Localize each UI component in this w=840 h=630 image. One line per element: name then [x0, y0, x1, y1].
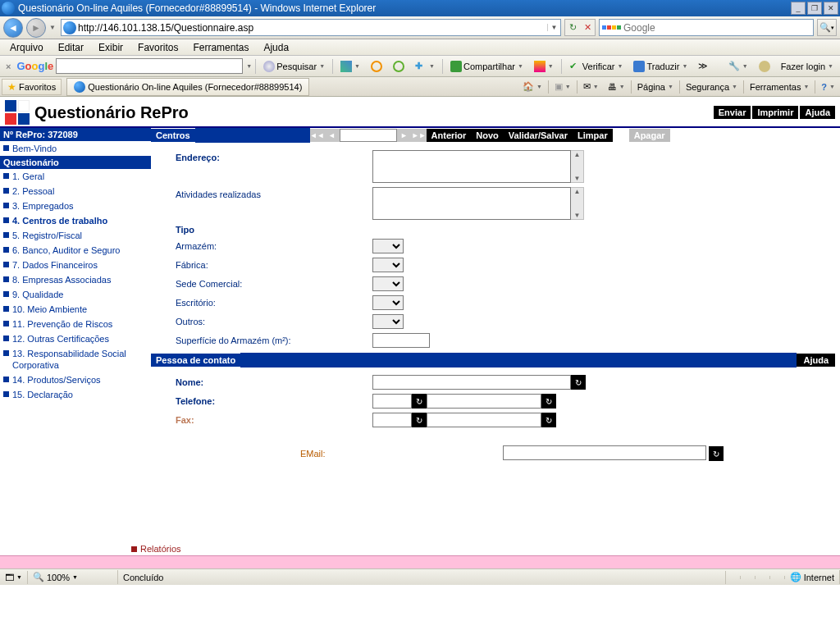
minimize-button[interactable]: _	[791, 2, 806, 15]
limpar-button[interactable]: Limpar	[573, 129, 613, 142]
fax-ddd-input[interactable]	[372, 413, 412, 427]
menu-arquivo[interactable]: Arquivo	[3, 40, 50, 55]
address-bar[interactable]: ▼	[61, 19, 561, 36]
menu-exibir[interactable]: Exibir	[92, 40, 130, 55]
close-button[interactable]: ✕	[824, 2, 838, 15]
sidebar-item-8[interactable]: 8. Empresas Associadas	[0, 272, 151, 287]
armazem-select[interactable]	[372, 239, 404, 253]
sede-select[interactable]	[372, 276, 404, 291]
sidebar-item-15[interactable]: 15. Declaração	[0, 387, 151, 402]
home-button[interactable]: 🏠▼	[519, 80, 546, 94]
fabrica-select[interactable]	[372, 258, 404, 272]
browser-tab[interactable]: Questionário On-line Aquiles (Fornecedor…	[66, 78, 309, 96]
first-button[interactable]: ◄◄	[310, 129, 325, 142]
history-dropdown[interactable]: ▼	[49, 24, 57, 31]
seguranca-menu[interactable]: Segurança▼	[682, 80, 741, 94]
sidebar-item-11[interactable]: 11. Prevenção de Riscos	[0, 317, 151, 331]
telefone-num-lookup-icon[interactable]: ↻	[541, 394, 556, 409]
bookmarks-button[interactable]: ▼	[530, 58, 558, 75]
telefone-ddd-input[interactable]	[372, 394, 412, 409]
ferramentas-menu[interactable]: Ferramentas▼	[746, 80, 812, 94]
last-button[interactable]: ►►	[412, 129, 427, 142]
favorites-button[interactable]: ★Favoritos	[2, 79, 62, 95]
anterior-button[interactable]: Anterior	[427, 129, 472, 142]
menu-favoritos[interactable]: Favoritos	[131, 40, 185, 55]
menu-ferramentas[interactable]: Ferramentas	[186, 40, 255, 55]
nome-input[interactable]	[372, 375, 571, 390]
sidebar-bemvindo[interactable]: Bem-Vindo	[0, 141, 151, 156]
search-input[interactable]	[623, 22, 813, 34]
outros-select[interactable]	[372, 314, 404, 329]
sidebar-item-14[interactable]: 14. Produtos/Serviços	[0, 372, 151, 387]
email-lookup-icon[interactable]: ↻	[709, 446, 724, 461]
prev-arrow[interactable]: ◄	[325, 129, 340, 142]
menu-ajuda[interactable]: Ajuda	[257, 40, 295, 55]
sidebar-item-10[interactable]: 10. Meio Ambiente	[0, 302, 151, 317]
sidebar-item-3[interactable]: 3. Empregados	[0, 199, 151, 213]
superficie-input[interactable]	[372, 333, 430, 348]
imprimir-button[interactable]: Imprimir	[752, 106, 798, 119]
mail-button[interactable]: ✉▼	[580, 80, 602, 94]
sidebar-item-1[interactable]: 1. Geral	[0, 169, 151, 184]
record-index-input[interactable]	[340, 129, 397, 142]
enviar-button[interactable]: Enviar	[714, 106, 751, 119]
sidebar-relatorios[interactable]: Relatórios	[131, 544, 181, 554]
pesquisar-button[interactable]: Pesquisar▼	[259, 58, 329, 75]
fax-num-lookup-icon[interactable]: ↻	[541, 413, 556, 427]
google-search-input[interactable]	[56, 58, 243, 74]
sidebar-item-5[interactable]: 5. Registro/Fiscal	[0, 228, 151, 243]
search-box[interactable]	[599, 19, 814, 36]
endereco-input[interactable]	[372, 150, 571, 183]
search-go-button[interactable]: 🔍▾	[817, 19, 837, 36]
back-button[interactable]: ◄	[3, 18, 23, 38]
forward-button[interactable]: ►	[26, 18, 46, 38]
nome-lookup-icon[interactable]: ↻	[571, 375, 586, 390]
endereco-scrollbar[interactable]: ▲▼	[571, 150, 584, 183]
sidebar-item-2[interactable]: 2. Pessoal	[0, 184, 151, 199]
next-arrow[interactable]: ►	[397, 129, 412, 142]
telefone-ddd-lookup-icon[interactable]: ↻	[412, 394, 427, 409]
menu-editar[interactable]: Editar	[52, 40, 90, 55]
restore-button[interactable]: ❐	[807, 2, 822, 15]
sidebar-item-13[interactable]: 13. Responsabilidade Social Corporativa	[0, 346, 151, 372]
print-button[interactable]: 🖶▼	[605, 80, 628, 94]
toolbar-green-button[interactable]	[389, 58, 409, 75]
validar-salvar-button[interactable]: Validar/Salvar	[504, 129, 573, 142]
wrench-button[interactable]: 🔧▼	[724, 58, 752, 75]
zoom-control[interactable]: 🔍100%▼	[28, 570, 118, 584]
toolbar-squares-button[interactable]: ▼	[336, 58, 364, 75]
sidebar-item-9[interactable]: 9. Qualidade	[0, 287, 151, 302]
toolbar-more-button[interactable]: ≫	[694, 58, 712, 74]
email-input[interactable]	[503, 445, 706, 460]
ajuda-button[interactable]: Ajuda	[800, 106, 835, 119]
fazer-login-button[interactable]: Fazer login▼	[777, 59, 838, 74]
url-input[interactable]	[78, 20, 547, 35]
toolbar-close-icon[interactable]: ×	[2, 62, 14, 71]
verificar-button[interactable]: ✔Verificar▼	[565, 58, 628, 75]
toolbar-orange-button[interactable]	[367, 58, 386, 75]
novo-button[interactable]: Novo	[471, 129, 504, 142]
url-dropdown[interactable]: ▼	[547, 24, 560, 31]
fax-num-input[interactable]	[427, 413, 541, 427]
pagina-menu[interactable]: Página▼	[634, 80, 677, 94]
atividades-scrollbar[interactable]: ▲▼	[571, 187, 584, 220]
stop-button[interactable]: ✕	[580, 20, 595, 35]
sidebar-item-6[interactable]: 6. Banco, Auditor e Seguro	[0, 243, 151, 258]
user-button[interactable]	[755, 58, 774, 75]
sidebar-item-4[interactable]: 4. Centros de trabalho	[0, 213, 151, 228]
telefone-num-input[interactable]	[427, 394, 541, 409]
sidebar-item-7[interactable]: 7. Dados Financeiros	[0, 258, 151, 272]
feeds-button[interactable]: ▣▼	[551, 80, 574, 94]
atividades-input[interactable]	[372, 187, 571, 220]
google-search-dropdown[interactable]: ▼	[246, 63, 252, 69]
compartilhar-button[interactable]: Compartilhar▼	[446, 58, 527, 75]
zone-indicator[interactable]: 🌐Internet	[785, 570, 840, 584]
popup-blocker-button[interactable]: 🗔▼	[0, 571, 28, 584]
traduzir-button[interactable]: Traduzir▼	[629, 58, 692, 75]
escritorio-select[interactable]	[372, 295, 404, 310]
contato-ajuda-button[interactable]: Ajuda	[797, 354, 835, 367]
sidebar-item-12[interactable]: 12. Outras Certificações	[0, 331, 151, 346]
apagar-button[interactable]: Apagar	[629, 129, 670, 142]
toolbar-plus-button[interactable]: ✚▼	[411, 58, 439, 75]
help-button[interactable]: ?▼	[818, 80, 838, 94]
